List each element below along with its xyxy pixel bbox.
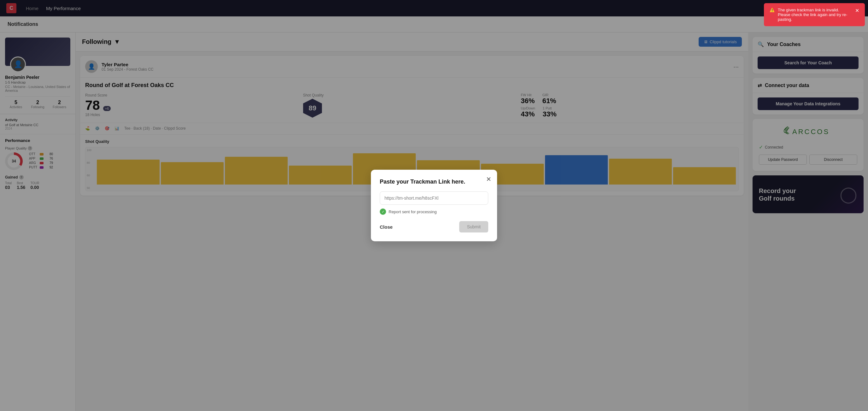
modal-close-icon[interactable]: ✕ (486, 176, 491, 183)
error-toast: ⚠️ The given trackman link is invalid. P… (764, 3, 865, 26)
modal-overlay: Paste your Trackman Link here. ✕ ✓ Repor… (0, 0, 868, 411)
modal-close-button[interactable]: Close (380, 222, 393, 232)
modal-success-message: ✓ Report sent for processing (380, 209, 488, 215)
trackman-modal: Paste your Trackman Link here. ✕ ✓ Repor… (371, 170, 497, 241)
trackman-link-input[interactable] (380, 191, 488, 205)
toast-close-icon[interactable]: ✕ (855, 7, 859, 13)
warning-icon: ⚠️ (770, 7, 775, 12)
toast-message: The given trackman link is invalid. Plea… (778, 7, 852, 22)
success-check-icon: ✓ (380, 209, 386, 215)
modal-actions: Close Submit (380, 221, 488, 232)
modal-title: Paste your Trackman Link here. (380, 179, 488, 185)
success-text: Report sent for processing (389, 210, 436, 214)
modal-submit-button[interactable]: Submit (459, 221, 488, 232)
